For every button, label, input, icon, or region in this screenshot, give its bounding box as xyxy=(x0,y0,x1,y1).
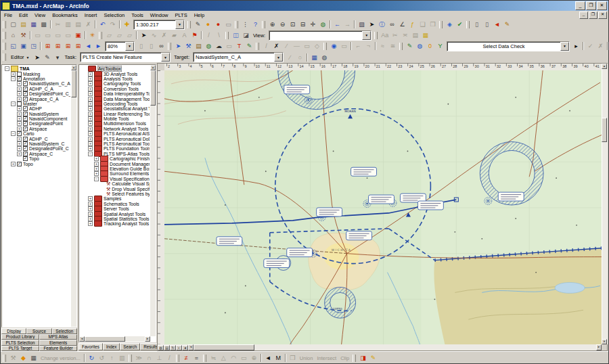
toc-tab-plts-target[interactable]: PLTS Target xyxy=(1,346,39,352)
minimize-button[interactable]: _ xyxy=(575,1,585,10)
toc-tab-selection[interactable]: Selection xyxy=(52,328,77,334)
fix-tool-icon[interactable]: ⚒ xyxy=(18,30,28,40)
menu-bookmarks[interactable]: Bookmarks xyxy=(49,12,81,18)
layer-checkbox-checked[interactable]: ✓ xyxy=(23,141,28,146)
expand-plus-icon[interactable]: + xyxy=(88,127,93,131)
expand-plus-icon[interactable]: + xyxy=(88,72,93,76)
go-back-extent-icon[interactable]: ◄ xyxy=(83,41,93,51)
map-scale-combo[interactable]: 1:300.217▼ xyxy=(133,20,185,30)
toolbox-item-drop-visual-specifications[interactable]: ⚒Drop Visual Specifications xyxy=(80,186,156,191)
edit-tool-arrow-icon[interactable]: ➤ xyxy=(32,53,43,62)
toc-item-tma[interactable]: −TMA xyxy=(3,66,76,71)
sketch-pencil-icon[interactable]: ✎ xyxy=(502,20,512,29)
zoom-in-icon[interactable]: ⊕ xyxy=(267,20,277,29)
toolbox-item-cartographic-finishing[interactable]: +Cartographic Finishing xyxy=(80,156,156,161)
toolbar-grip[interactable] xyxy=(3,43,6,50)
expand-plus-icon[interactable]: + xyxy=(17,106,22,111)
flag-icon[interactable]: ⚑ xyxy=(189,30,200,40)
toc-item-airspace[interactable]: +✓Airspace xyxy=(3,127,76,131)
toc-item-masking[interactable]: +Masking xyxy=(3,71,76,76)
browse-results-icon[interactable]: ▸ xyxy=(571,41,581,51)
toolbar-grip[interactable] xyxy=(262,21,265,28)
chevron-down-icon[interactable]: ▼ xyxy=(175,20,184,29)
menu-selection[interactable]: Selection xyxy=(100,12,128,18)
toolbox-item-data-interoperability-tools[interactable]: +Data Interoperability Tools xyxy=(80,91,156,96)
menu-view[interactable]: View xyxy=(31,12,49,18)
rectangle-target-icon[interactable]: ▣ xyxy=(73,30,83,40)
menu-help[interactable]: Help xyxy=(191,12,208,18)
add-data-icon[interactable]: ✚ xyxy=(122,20,132,29)
layer-checkbox-checked[interactable]: ✓ xyxy=(23,127,28,131)
zoom-100-icon[interactable]: ▣ xyxy=(18,41,28,51)
find-icon[interactable]: ∞ xyxy=(387,20,397,29)
refresh-view-button[interactable]: ↻ xyxy=(170,345,176,350)
expand-plus-icon[interactable]: + xyxy=(17,127,22,131)
toolbox-item-data-management-tools[interactable]: +Data Management Tools xyxy=(80,96,156,101)
scroll-up-arrow-icon[interactable]: ▲ xyxy=(71,65,76,70)
toolbar-grip[interactable] xyxy=(3,32,6,39)
toolbox-item-surround-elements[interactable]: +Surround Elements xyxy=(80,171,156,176)
map-hscrollbar-thumb[interactable] xyxy=(194,344,254,350)
fixed-zoom-page-in-icon[interactable]: ⊞ xyxy=(43,41,53,51)
map-vscrollbar[interactable]: ▲ ▼ xyxy=(602,64,607,344)
toc-item-airspace-c-a[interactable]: +✓Airspace_C_A xyxy=(3,96,76,101)
toolbar-grip[interactable] xyxy=(466,21,470,28)
close-button[interactable]: ✕ xyxy=(597,1,607,10)
zoom-whole-page-icon[interactable]: ◱ xyxy=(8,41,18,51)
fixed-zoom-in-icon[interactable]: ⊡ xyxy=(288,20,298,29)
chevron-down-icon[interactable]: ▼ xyxy=(362,31,371,40)
back-extent-icon[interactable]: ← xyxy=(332,20,342,29)
zero-orange-icon[interactable]: 0 xyxy=(425,41,435,51)
globe-cd-icon[interactable]: ◉ xyxy=(329,41,339,51)
toolbar-grip[interactable] xyxy=(3,355,6,362)
toolbox-item-server-tools[interactable]: +Server Tools xyxy=(80,206,156,211)
collapse-minus-icon[interactable]: − xyxy=(11,76,16,81)
back-draw-button[interactable]: ◄ xyxy=(182,345,188,350)
toc-item-master[interactable]: −Master xyxy=(3,101,76,106)
scroll-right-arrow-icon[interactable]: ► xyxy=(145,336,150,342)
data-check-combo[interactable]: Select Data Check▼ xyxy=(447,41,570,51)
toolbox-item-calculate-visual-specificat[interactable]: ⚒Calculate Visual Specificat xyxy=(80,181,156,186)
measure-icon[interactable]: ∠ xyxy=(397,20,407,29)
toolbox-item-plts-aeronautical-dod-tools[interactable]: +PLTS Aeronautical DoD Tools xyxy=(80,136,156,141)
finish-hammer-icon[interactable]: ⚒ xyxy=(183,41,194,51)
collapse-minus-icon[interactable]: − xyxy=(11,131,16,136)
scroll-left-arrow-icon[interactable]: ◄ xyxy=(79,336,85,342)
chevron-down-icon[interactable]: ▼ xyxy=(161,53,170,62)
menu-tools[interactable]: Tools xyxy=(128,12,147,18)
symbol-red-icon[interactable]: ● xyxy=(213,20,223,29)
layer-checkbox-checked[interactable]: ✓ xyxy=(17,162,22,166)
expand-plus-icon[interactable]: + xyxy=(88,212,93,217)
toolbar-grip[interactable] xyxy=(225,32,229,39)
toc-item-adhp[interactable]: +✓ADHP xyxy=(3,106,76,111)
expand-plus-icon[interactable]: + xyxy=(17,97,22,101)
toolbar-grip[interactable] xyxy=(353,355,356,362)
world-grid-icon[interactable]: ◍ xyxy=(204,41,214,51)
whats-this-help-icon[interactable]: ? xyxy=(250,20,261,29)
layer-checkbox-checked[interactable]: ✓ xyxy=(17,76,22,81)
open-folder-icon[interactable]: ▤ xyxy=(18,20,28,29)
chevron-down-icon[interactable]: ▼ xyxy=(125,42,134,51)
expand-plus-icon[interactable]: + xyxy=(17,116,22,121)
layer-checkbox-checked[interactable]: ✓ xyxy=(23,106,28,111)
expand-plus-icon[interactable]: + xyxy=(88,146,93,151)
save-icon[interactable]: ▦ xyxy=(28,20,39,29)
expand-plus-icon[interactable]: + xyxy=(17,87,22,91)
toolbox-scrollbar-thumb[interactable] xyxy=(150,70,156,106)
restore-button[interactable]: ❐ xyxy=(586,1,596,10)
layer-checkbox-checked[interactable]: ✓ xyxy=(23,81,28,86)
toolbox-item-conversion-tools[interactable]: +Conversion Tools xyxy=(80,87,156,91)
toolbar-grip[interactable] xyxy=(3,21,6,28)
pause-draw-button[interactable]: ▪ xyxy=(176,345,182,350)
expand-plus-icon[interactable]: + xyxy=(88,137,93,141)
layer-checkbox-checked[interactable]: ✓ xyxy=(23,87,28,91)
toolbox-item-mobile-tools[interactable]: +Mobile Tools xyxy=(80,116,156,121)
toc-item-designatedpoint-c[interactable]: +✓DesignatedPoint_C xyxy=(3,146,76,151)
versioned-db-icon[interactable]: ▦ xyxy=(420,30,430,40)
toc-tab-feature-builder[interactable]: Feature Builder xyxy=(39,346,77,352)
toolbar-grip[interactable] xyxy=(399,43,403,50)
x-tool-icon[interactable]: ✗ xyxy=(271,41,281,51)
toolbar-grip[interactable] xyxy=(187,21,191,28)
toolbar-grip[interactable] xyxy=(439,21,443,28)
toc-tab-source[interactable]: Source xyxy=(26,328,51,334)
